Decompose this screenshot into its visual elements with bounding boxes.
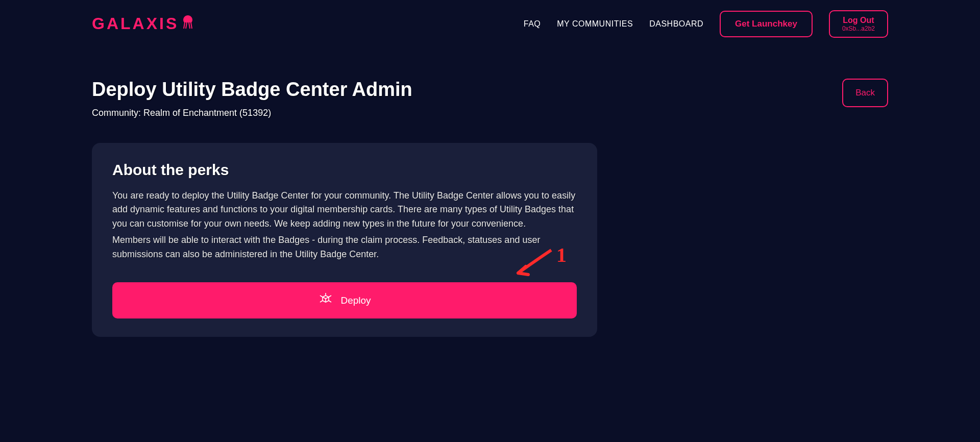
content: Deploy Utility Badge Center Admin Commun… [0, 48, 980, 337]
svg-line-2 [329, 301, 331, 302]
nav-my-communities[interactable]: MY COMMUNITIES [557, 19, 633, 29]
header: GALAXIS FAQ MY COMMUNITIES DASHBOARD Get… [0, 0, 980, 48]
card-paragraph-1: You are ready to deploy the Utility Badg… [112, 189, 577, 232]
logout-button[interactable]: Log Out 0xSb...a2b2 [829, 10, 888, 38]
deploy-label: Deploy [340, 295, 371, 306]
svg-line-3 [320, 301, 323, 302]
deploy-button[interactable]: Deploy [112, 282, 577, 318]
logout-label: Log Out [843, 15, 874, 25]
nav-dashboard[interactable]: DASHBOARD [649, 19, 703, 29]
jellyfish-icon [181, 14, 195, 34]
page-subtitle: Community: Realm of Enchantment (51392) [92, 108, 412, 118]
logout-wallet: 0xSb...a2b2 [842, 25, 875, 32]
nav-faq[interactable]: FAQ [524, 19, 541, 29]
page-head: Deploy Utility Badge Center Admin Commun… [92, 79, 888, 118]
back-button[interactable]: Back [842, 79, 888, 107]
logo-text: GALAXIS [92, 14, 179, 33]
deploy-cube-icon [318, 291, 333, 309]
get-launchkey-button[interactable]: Get Launchkey [720, 11, 813, 37]
logo[interactable]: GALAXIS [92, 14, 195, 34]
page-head-left: Deploy Utility Badge Center Admin Commun… [92, 79, 412, 118]
svg-line-4 [320, 296, 323, 297]
page-title: Deploy Utility Badge Center Admin [92, 79, 412, 101]
card-title: About the perks [112, 161, 577, 179]
nav: FAQ MY COMMUNITIES DASHBOARD Get Launchk… [524, 10, 888, 38]
about-perks-card: About the perks You are ready to deploy … [92, 143, 597, 337]
annotation-number: 1 [556, 243, 567, 267]
card-paragraph-2: Members will be able to interact with th… [112, 233, 577, 262]
svg-line-1 [329, 296, 331, 297]
